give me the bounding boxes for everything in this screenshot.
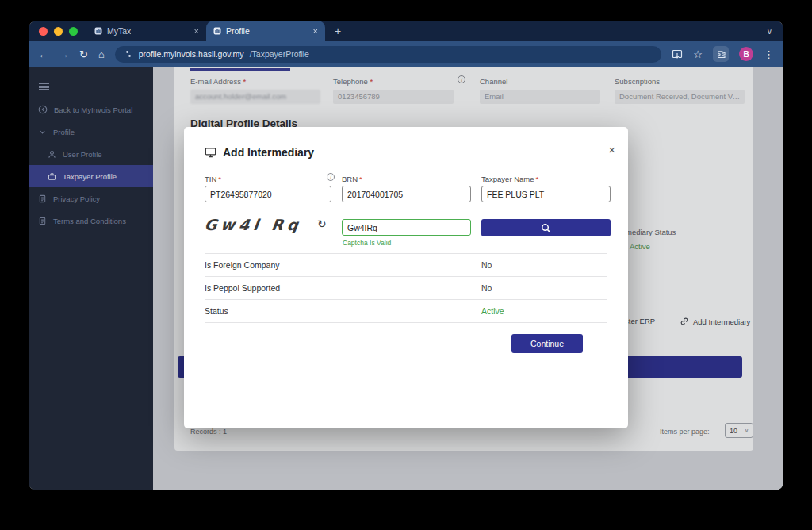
dialog-header: Add Intermediary xyxy=(205,146,314,159)
mytax-favicon-icon xyxy=(94,27,102,35)
detail-row: Is Foreign Company No xyxy=(205,254,607,277)
add-intermediary-dialog: Add Intermediary × TIN* i BRN* Taxpayer … xyxy=(184,127,628,428)
continue-button[interactable]: Continue xyxy=(511,334,583,353)
status-badge: Active xyxy=(481,306,504,316)
detail-row: Is Peppol Supported No xyxy=(205,277,607,300)
browser-toolbar: ← → ↻ ⌂ profile.myinvois.hasil.gov.my /T… xyxy=(29,41,783,67)
tab-profile[interactable]: Profile × xyxy=(206,21,325,41)
row-value: No xyxy=(481,283,492,293)
brn-input[interactable] xyxy=(342,186,471,202)
taxpayer-name-label: Taxpayer Name* xyxy=(481,175,538,183)
forward-icon[interactable]: → xyxy=(59,49,69,60)
taxpayer-name-input[interactable] xyxy=(481,186,611,202)
detail-rows: Is Foreign Company No Is Peppol Supporte… xyxy=(205,253,607,323)
info-icon: i xyxy=(327,173,335,181)
tab-mytax[interactable]: MyTax × xyxy=(87,21,206,41)
tin-label: TIN* xyxy=(205,175,221,183)
url-domain: profile.myinvois.hasil.gov.my xyxy=(139,49,244,59)
tab-close-icon[interactable]: × xyxy=(194,26,199,36)
row-label: Is Peppol Supported xyxy=(205,283,280,293)
row-value: No xyxy=(481,260,492,270)
url-path: /TaxpayerProfile xyxy=(250,49,309,59)
browser-window: MyTax × Profile × + ∨ ← → ↻ ⌂ profile.my… xyxy=(29,21,783,490)
site-settings-icon xyxy=(124,49,133,59)
bookmark-star-icon[interactable]: ☆ xyxy=(693,49,703,60)
new-tab-button[interactable]: + xyxy=(335,25,341,36)
tab-strip: MyTax × Profile × + ∨ xyxy=(29,21,783,41)
monitor-icon xyxy=(205,147,216,158)
window-controls xyxy=(39,27,78,36)
reload-icon[interactable]: ↻ xyxy=(79,49,88,60)
captcha-image: Gw4l Rq xyxy=(203,216,303,233)
home-icon[interactable]: ⌂ xyxy=(98,49,105,60)
tab-search-chevron-icon[interactable]: ∨ xyxy=(767,27,772,36)
back-icon[interactable]: ← xyxy=(38,49,48,60)
captcha-refresh-icon[interactable]: ↻ xyxy=(317,217,327,230)
brn-label: BRN* xyxy=(342,175,362,183)
tin-input[interactable] xyxy=(205,186,331,202)
close-icon[interactable]: × xyxy=(608,143,615,156)
detail-row: Status Active xyxy=(205,300,607,323)
extensions-icon[interactable] xyxy=(713,46,729,62)
row-label: Is Foreign Company xyxy=(205,260,280,270)
tab-label: MyTax xyxy=(107,26,131,36)
captcha-input[interactable] xyxy=(342,219,471,236)
save-share-icon[interactable] xyxy=(672,49,683,60)
close-window-button[interactable] xyxy=(39,27,48,36)
search-icon xyxy=(541,223,551,233)
zoom-window-button[interactable] xyxy=(69,27,78,36)
profile-favicon-icon xyxy=(213,27,221,35)
browser-menu-icon[interactable]: ⋮ xyxy=(764,49,774,60)
row-label: Status xyxy=(205,306,228,316)
tab-label: Profile xyxy=(226,26,250,36)
app-area: Back to MyInvois Portal Profile User Pro… xyxy=(29,67,783,490)
captcha-status: Captcha Is Valid xyxy=(343,239,391,247)
dialog-title: Add Intermediary xyxy=(223,146,314,159)
tab-close-icon[interactable]: × xyxy=(313,26,318,36)
minimize-window-button[interactable] xyxy=(54,27,63,36)
address-bar[interactable]: profile.myinvois.hasil.gov.my /TaxpayerP… xyxy=(115,46,662,63)
search-button[interactable] xyxy=(481,219,611,236)
profile-avatar[interactable]: B xyxy=(739,47,753,61)
